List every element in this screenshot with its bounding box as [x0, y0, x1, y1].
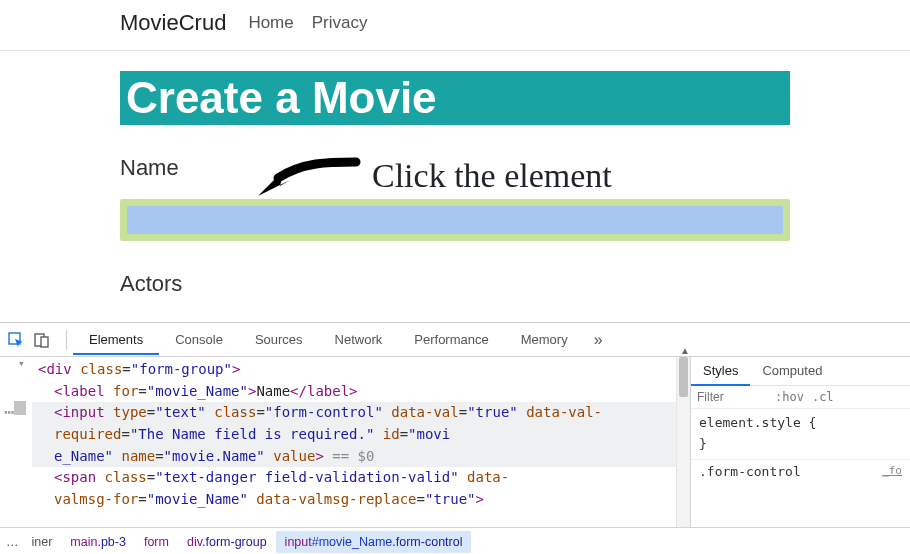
devtools-tabbar: Elements Console Sources Network Perform… [0, 323, 910, 357]
side-tab-computed[interactable]: Computed [750, 357, 834, 385]
page-root: MovieCrud Home Privacy Create a Movie Na… [0, 0, 910, 297]
nav-link-home[interactable]: Home [248, 13, 293, 33]
dom-line-2[interactable]: <input type="text" class="form-control" … [32, 402, 676, 467]
style-rule-element[interactable]: element.style {} [691, 409, 910, 459]
expand-toggle-icon[interactable]: ▾ [18, 357, 25, 370]
brand[interactable]: MovieCrud [120, 10, 226, 36]
elements-scrollbar[interactable]: ▲ [676, 357, 690, 527]
tab-network[interactable]: Network [319, 325, 399, 354]
dom-line-0[interactable]: <div class="form-group"> [32, 359, 676, 381]
gutter-dots-icon[interactable]: ⋯ [0, 401, 15, 422]
name-label: Name [120, 155, 790, 181]
hov-toggle[interactable]: :hov [775, 390, 804, 404]
tab-sources[interactable]: Sources [239, 325, 319, 354]
scroll-thumb[interactable] [679, 357, 688, 397]
crumb-1[interactable]: main.pb-3 [61, 531, 135, 553]
style-rule-form-control[interactable]: .form-control _fo [691, 459, 910, 483]
styles-tabs: Styles Computed [691, 357, 910, 386]
crumb-2[interactable]: form [135, 531, 178, 553]
crumbs-overflow-icon[interactable]: … [2, 535, 23, 549]
styles-toolbar: :hov .cl [691, 386, 910, 409]
dom-line-3[interactable]: <span class="text-danger field-validatio… [32, 467, 676, 510]
tab-performance[interactable]: Performance [398, 325, 504, 354]
selection-marker [14, 401, 26, 415]
cls-toggle[interactable]: .cl [812, 390, 834, 404]
page-title-highlight: Create a Movie [120, 71, 790, 125]
styles-filter-input[interactable] [697, 390, 767, 404]
styles-pane: Styles Computed :hov .cl element.style {… [690, 357, 910, 527]
devtools-body: ▾ ⋯ <div class="form-group"> <label for=… [0, 357, 910, 527]
side-tab-styles[interactable]: Styles [691, 357, 750, 386]
crumb-3[interactable]: div.form-group [178, 531, 276, 553]
crumb-4[interactable]: input#movie_Name.form-control [276, 531, 472, 553]
device-icon[interactable] [34, 332, 50, 348]
devtools: Elements Console Sources Network Perform… [0, 322, 910, 554]
crumb-0[interactable]: iner [23, 531, 62, 553]
dom-line-1[interactable]: <label for="movie_Name">Name</label> [32, 381, 676, 403]
actors-label: Actors [120, 271, 790, 297]
tabs-overflow-icon[interactable]: » [584, 331, 613, 349]
inspect-icon[interactable] [8, 332, 24, 348]
tab-separator [66, 330, 67, 350]
tab-console[interactable]: Console [159, 325, 239, 354]
tab-elements[interactable]: Elements [73, 325, 159, 355]
scroll-up-icon[interactable]: ▲ [680, 345, 690, 356]
name-input[interactable] [127, 206, 783, 234]
page-title: Create a Movie [120, 71, 443, 125]
content: Create a Movie Name Actors [0, 51, 910, 297]
breadcrumb: … iner main.pb-3 form div.form-group inp… [0, 527, 910, 554]
tab-memory[interactable]: Memory [505, 325, 584, 354]
elements-panel[interactable]: ▾ ⋯ <div class="form-group"> <label for=… [0, 357, 676, 527]
navbar: MovieCrud Home Privacy [0, 0, 910, 51]
name-input-highlight[interactable] [120, 199, 790, 241]
svg-rect-2 [41, 337, 48, 347]
nav-link-privacy[interactable]: Privacy [312, 13, 368, 33]
